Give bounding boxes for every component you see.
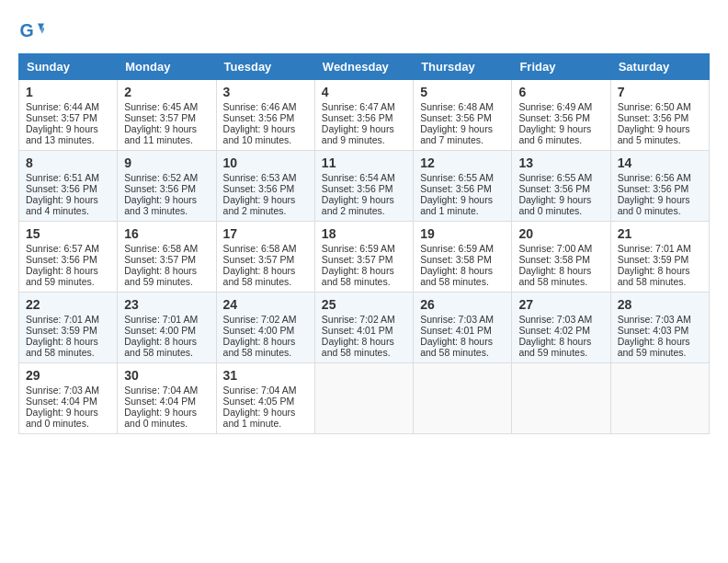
calendar-cell: 24Sunrise: 7:02 AMSunset: 4:00 PMDayligh…: [216, 293, 314, 363]
day-info-line: Sunset: 4:01 PM: [420, 325, 505, 336]
day-number: 1: [26, 85, 110, 99]
day-info-line: Sunrise: 7:03 AM: [518, 314, 603, 325]
day-info-line: Sunset: 4:00 PM: [223, 325, 308, 336]
calendar-cell: 28Sunrise: 7:03 AMSunset: 4:03 PMDayligh…: [610, 293, 709, 363]
day-info-line: and 59 minutes.: [26, 276, 110, 287]
calendar-cell: 14Sunrise: 6:56 AMSunset: 3:56 PMDayligh…: [610, 151, 709, 222]
day-info-line: and 9 minutes.: [322, 134, 406, 145]
day-info-line: Sunset: 4:04 PM: [26, 396, 110, 407]
day-info-line: Daylight: 8 hours: [26, 265, 110, 276]
calendar-cell: 30Sunrise: 7:04 AMSunset: 4:04 PMDayligh…: [118, 363, 216, 434]
calendar-cell: 17Sunrise: 6:58 AMSunset: 3:57 PMDayligh…: [216, 222, 314, 293]
weekday-header: Tuesday: [216, 54, 314, 80]
day-info-line: Sunrise: 6:45 AM: [124, 101, 209, 112]
day-number: 13: [518, 155, 603, 170]
calendar-cell: 11Sunrise: 6:54 AMSunset: 3:56 PMDayligh…: [314, 151, 413, 222]
day-info-line: Sunset: 3:56 PM: [124, 183, 209, 194]
day-info-line: and 58 minutes.: [124, 347, 209, 358]
day-info-line: and 0 minutes.: [124, 418, 209, 429]
day-info-line: and 0 minutes.: [26, 418, 110, 429]
weekday-header: Thursday: [414, 54, 512, 80]
day-info-line: Daylight: 8 hours: [420, 336, 505, 347]
day-info-line: Sunrise: 6:52 AM: [124, 172, 209, 183]
day-info-line: and 59 minutes.: [618, 347, 702, 358]
day-info-line: Sunset: 3:56 PM: [322, 112, 406, 123]
day-info-line: and 58 minutes.: [618, 276, 702, 287]
day-info-line: Sunset: 3:58 PM: [518, 254, 603, 265]
day-number: 5: [420, 85, 505, 99]
calendar-cell: 29Sunrise: 7:03 AMSunset: 4:04 PMDayligh…: [19, 363, 118, 434]
calendar-cell: 19Sunrise: 6:59 AMSunset: 3:58 PMDayligh…: [414, 222, 512, 293]
day-info-line: Sunset: 4:05 PM: [223, 396, 308, 407]
calendar-cell: 2Sunrise: 6:45 AMSunset: 3:57 PMDaylight…: [118, 80, 216, 151]
day-info-line: Sunrise: 7:03 AM: [420, 314, 505, 325]
day-info-line: Daylight: 9 hours: [124, 194, 209, 205]
calendar-cell: 22Sunrise: 7:01 AMSunset: 3:59 PMDayligh…: [19, 293, 118, 363]
day-info-line: Sunrise: 7:01 AM: [26, 314, 110, 325]
weekday-header: Friday: [512, 54, 610, 80]
day-info-line: Sunrise: 6:58 AM: [223, 243, 308, 254]
day-info-line: and 10 minutes.: [223, 134, 308, 145]
day-info-line: Daylight: 8 hours: [518, 336, 603, 347]
day-info-line: Sunset: 3:56 PM: [420, 112, 505, 123]
calendar-week-row: 15Sunrise: 6:57 AMSunset: 3:56 PMDayligh…: [19, 222, 710, 293]
day-info-line: Sunrise: 6:54 AM: [322, 172, 406, 183]
day-info-line: and 2 minutes.: [322, 205, 406, 216]
day-number: 10: [223, 155, 308, 170]
day-info-line: and 58 minutes.: [420, 276, 505, 287]
day-number: 22: [26, 297, 110, 312]
day-number: 2: [124, 85, 209, 99]
day-info-line: and 2 minutes.: [223, 205, 308, 216]
day-info-line: Daylight: 8 hours: [322, 336, 406, 347]
calendar-cell: 23Sunrise: 7:01 AMSunset: 4:00 PMDayligh…: [118, 293, 216, 363]
day-info-line: Sunset: 3:56 PM: [26, 254, 110, 265]
day-number: 11: [322, 155, 406, 170]
day-number: 6: [518, 85, 603, 99]
day-info-line: Daylight: 8 hours: [518, 265, 603, 276]
day-info-line: Sunset: 3:57 PM: [124, 112, 209, 123]
calendar-cell: 9Sunrise: 6:52 AMSunset: 3:56 PMDaylight…: [118, 151, 216, 222]
day-info-line: Sunrise: 6:44 AM: [26, 101, 110, 112]
day-info-line: Sunrise: 7:03 AM: [26, 385, 110, 396]
day-info-line: Sunrise: 6:55 AM: [518, 172, 603, 183]
calendar-cell: 25Sunrise: 7:02 AMSunset: 4:01 PMDayligh…: [314, 293, 413, 363]
calendar-cell: 18Sunrise: 6:59 AMSunset: 3:57 PMDayligh…: [314, 222, 413, 293]
day-info-line: Sunset: 3:56 PM: [518, 183, 603, 194]
weekday-header: Wednesday: [314, 54, 413, 80]
day-info-line: Sunset: 4:02 PM: [518, 325, 603, 336]
day-info-line: Sunrise: 6:48 AM: [420, 101, 505, 112]
day-info-line: Sunrise: 7:00 AM: [518, 243, 603, 254]
day-info-line: Sunset: 3:56 PM: [223, 183, 308, 194]
day-info-line: Sunrise: 6:59 AM: [322, 243, 406, 254]
day-number: 25: [322, 297, 406, 312]
day-info-line: Sunset: 3:56 PM: [518, 112, 603, 123]
day-number: 12: [420, 155, 505, 170]
day-info-line: Daylight: 9 hours: [26, 194, 110, 205]
day-number: 18: [322, 226, 406, 241]
day-info-line: and 4 minutes.: [26, 205, 110, 216]
day-info-line: Daylight: 9 hours: [420, 123, 505, 134]
day-number: 20: [518, 226, 603, 241]
calendar-cell: [314, 363, 413, 434]
day-info-line: Daylight: 8 hours: [618, 265, 702, 276]
day-info-line: and 59 minutes.: [124, 276, 209, 287]
day-number: 29: [26, 368, 110, 383]
day-number: 4: [322, 85, 406, 99]
day-info-line: Sunset: 3:56 PM: [322, 183, 406, 194]
day-info-line: Daylight: 8 hours: [124, 265, 209, 276]
calendar-cell: [512, 363, 610, 434]
day-info-line: Sunrise: 6:59 AM: [420, 243, 505, 254]
day-info-line: Sunrise: 6:46 AM: [223, 101, 308, 112]
day-info-line: Sunset: 3:56 PM: [223, 112, 308, 123]
day-info-line: Daylight: 8 hours: [223, 336, 308, 347]
day-number: 9: [124, 155, 209, 170]
day-info-line: and 58 minutes.: [26, 347, 110, 358]
day-info-line: and 11 minutes.: [124, 134, 209, 145]
calendar-week-row: 1Sunrise: 6:44 AMSunset: 3:57 PMDaylight…: [19, 80, 710, 151]
day-number: 27: [518, 297, 603, 312]
day-info-line: Daylight: 8 hours: [618, 336, 702, 347]
day-info-line: Sunrise: 7:04 AM: [223, 385, 308, 396]
calendar-body: 1Sunrise: 6:44 AMSunset: 3:57 PMDaylight…: [19, 80, 710, 434]
day-info-line: and 3 minutes.: [124, 205, 209, 216]
day-info-line: Sunrise: 7:04 AM: [124, 385, 209, 396]
